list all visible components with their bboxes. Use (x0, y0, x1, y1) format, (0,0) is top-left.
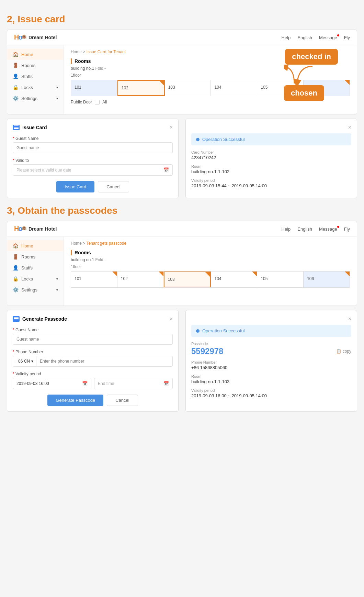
main-content-3: Home > Tenant gets passcode Rooms buildi… (64, 237, 357, 306)
card-number-label: Card Number (191, 150, 351, 154)
room-104-2[interactable]: 104 (211, 80, 257, 96)
nav-english-3[interactable]: English (297, 226, 312, 232)
success-header-2: Operation Successful (191, 133, 351, 145)
svg-text:🏨: 🏨 (22, 34, 26, 39)
sidebar-staffs-label-2: Staffs (21, 74, 33, 79)
sidebar-locks-2[interactable]: 🔒 Locks ▾ (7, 82, 64, 93)
room-101-2[interactable]: 101 (71, 80, 117, 96)
room-102-2[interactable]: 102 (117, 80, 165, 96)
success-text-2: Operation Successful (202, 137, 245, 142)
building-row-3: building no.1 Fold - (71, 257, 350, 262)
end-calendar-icon-3: 📅 (163, 381, 169, 386)
hotel-name-3: Dream Hotel (29, 226, 57, 232)
hotel-body-2: 🏠 Home 🚪 Rooms 👤 Staffs 🔒 Locks ▾ ⚙️ Set… (7, 45, 357, 114)
nav-help-2[interactable]: Help (282, 35, 291, 40)
card-number-value: 4234710242 (191, 155, 351, 160)
sidebar-rooms-2[interactable]: 🚪 Rooms (7, 60, 64, 71)
guest-name-field-3: * Guest Name (13, 328, 173, 345)
settings-arrow-2: ▾ (56, 97, 58, 100)
fold-link-3[interactable]: Fold - (95, 257, 106, 262)
success-dot-3 (196, 329, 200, 333)
sidebar-locks-3[interactable]: 🔒 Locks ▾ (7, 273, 64, 284)
room-102-corner (159, 81, 164, 86)
chosen-bubble: chosen (284, 85, 324, 101)
end-date-picker-3[interactable]: End time 📅 (94, 378, 173, 389)
room-102-corner-3 (159, 272, 163, 276)
hotel-panel-section3: H o 🏨 Dream Hotel Help English Message F… (7, 221, 357, 306)
sidebar-staffs-3[interactable]: 👤 Staffs (7, 262, 64, 273)
start-date-picker-3[interactable]: 2019-09-03 16:00 📅 (13, 378, 91, 389)
issue-card-title-row: Issue Card × (13, 124, 173, 131)
guest-name-input-3[interactable] (13, 334, 173, 345)
generate-close[interactable]: × (170, 316, 173, 322)
chosen-arrow-svg (284, 65, 315, 85)
sidebar-rooms-label-3: Rooms (21, 254, 35, 259)
svg-rect-3 (14, 125, 19, 126)
generate-cancel-btn[interactable]: Cancel (107, 395, 138, 406)
validity-row-success: Validity period 2019-09-03 16:00 ~ 2019-… (191, 388, 351, 398)
room-106-3[interactable]: 106 (304, 272, 350, 287)
sidebar-settings-3[interactable]: ⚙️ Settings ▾ (7, 284, 64, 295)
section3-dialogs: Generate Passcode × * Guest Name * Phone… (7, 310, 357, 412)
room-103-2[interactable]: 103 (165, 80, 211, 96)
hotel-logo-3: H o 🏨 Dream Hotel (14, 225, 57, 233)
sidebar-home-label-2: Home (21, 52, 33, 57)
sidebar-rooms-3[interactable]: 🚪 Rooms (7, 251, 64, 262)
sidebar-home-3[interactable]: 🏠 Home (7, 240, 64, 251)
issue-card-cancel-btn[interactable]: Cancel (98, 181, 129, 192)
passcode-row: Passcode 5592978 📋 copy (191, 342, 351, 356)
chosen-arrow (284, 65, 315, 87)
room-103-corner-3 (205, 272, 210, 277)
section2-title: 2, Issue card (7, 14, 357, 25)
room-102-3[interactable]: 102 (117, 272, 164, 287)
nav-message-2[interactable]: Message (319, 35, 337, 40)
hotel-body-3: 🏠 Home 🚪 Rooms 👤 Staffs 🔒 Locks ▾ ⚙️ Set… (7, 237, 357, 306)
valid-to-label: * Valid to (13, 158, 173, 163)
public-door-label-2: Public Door (71, 100, 92, 104)
nav-message-3[interactable]: Message (319, 226, 337, 232)
issue-card-buttons: Issue Card Cancel (13, 181, 173, 192)
floor-label-3: 1floor (71, 264, 350, 269)
phone-input-3[interactable] (36, 356, 172, 366)
success-dot-2 (196, 138, 200, 141)
building-name-2: building no.1 (71, 66, 94, 71)
valid-to-picker[interactable]: Please select a valid due date 📅 (13, 164, 173, 176)
fold-link-2[interactable]: Fold - (95, 66, 106, 71)
generate-title: Generate Passcode (22, 316, 67, 322)
nav-fly-3[interactable]: Fly (344, 226, 350, 232)
svg-rect-4 (14, 127, 19, 128)
sidebar-staffs-2[interactable]: 👤 Staffs (7, 71, 64, 82)
nav-english-2[interactable]: English (297, 35, 312, 40)
validity-label-3: * Validity period (13, 372, 173, 376)
copy-btn[interactable]: 📋 copy (336, 349, 351, 354)
guest-name-input[interactable] (13, 142, 173, 153)
room-103-3[interactable]: 103 (164, 272, 211, 287)
room-101-3[interactable]: 101 (71, 272, 117, 287)
validity-row-2: Validity period 2019-09-03 15:44 ~ 2019-… (191, 178, 351, 188)
validity-field-3: * Validity period 2019-09-03 16:00 📅 End… (13, 372, 173, 389)
svg-rect-10 (14, 318, 19, 319)
guest-name-label-3: * Guest Name (13, 328, 173, 332)
nav-help-3[interactable]: Help (282, 226, 291, 232)
room-105-3[interactable]: 105 (257, 272, 304, 287)
success-close-3[interactable]: × (348, 316, 351, 322)
all-checkbox-2[interactable] (95, 100, 100, 104)
logo-icon: H o 🏨 (14, 33, 26, 42)
success-close-row-3: × (191, 316, 351, 322)
issue-card-btn[interactable]: Issue Card (56, 181, 94, 192)
svg-rect-11 (14, 320, 19, 320)
room-104-3[interactable]: 104 (211, 272, 257, 287)
nav-fly-2[interactable]: Fly (344, 35, 350, 40)
success-dialog-2: × Operation Successful Card Number 42347… (185, 119, 357, 198)
success-close-2[interactable]: × (348, 124, 351, 131)
sidebar-settings-2[interactable]: ⚙️ Settings ▾ (7, 93, 64, 104)
sidebar-home-2[interactable]: 🏠 Home (7, 49, 64, 60)
locks-icon-2: 🔒 (13, 85, 19, 90)
rooms-icon-2: 🚪 (13, 63, 19, 68)
locks-arrow-3: ▾ (56, 277, 58, 281)
issue-card-icon (13, 125, 20, 130)
svg-rect-9 (14, 317, 19, 318)
issue-card-close[interactable]: × (170, 124, 173, 131)
phone-country-3[interactable]: +86 CN ▾ (13, 356, 36, 366)
generate-btn[interactable]: Generate Passcode (47, 395, 103, 406)
